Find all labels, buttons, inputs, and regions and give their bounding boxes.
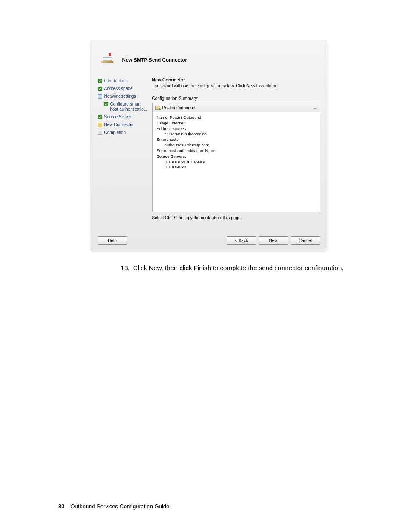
nav-label: Introduction (104, 78, 127, 84)
content-subtext: The wizard will use the configuration be… (152, 84, 320, 88)
nav-smart-host-auth[interactable]: Configure smart host authenticatio... (98, 100, 149, 113)
check-icon (104, 102, 108, 106)
detail-auth: Smart host authentication: None (157, 148, 315, 154)
nav-label: Address space (104, 86, 133, 91)
check-icon (98, 87, 102, 91)
summary-box: Postini Outbound ︽ Name: Postini Outboun… (152, 103, 320, 212)
detail-smart-hosts-label: Smart hosts: (157, 137, 315, 143)
nav-address-space[interactable]: Address space (98, 85, 149, 93)
new-button[interactable]: New (259, 236, 288, 245)
wizard-content: New Connector The wizard will use the co… (149, 77, 320, 231)
help-button[interactable]: Help (98, 236, 127, 245)
copy-hint: Select Ctrl+C to copy the contents of th… (152, 215, 320, 220)
nav-new-connector[interactable]: New Connector (98, 121, 149, 129)
footer-title: Outbound Services Configuration Guide (70, 503, 169, 510)
check-icon (98, 79, 102, 83)
wizard-icon (98, 50, 117, 69)
detail-address-spaces-label: Address spaces: (157, 126, 315, 132)
dialog-footer: Help < Back New Cancel (91, 233, 327, 250)
nav-label: Configure smart host authenticatio... (110, 102, 149, 112)
pending-step-icon (98, 131, 102, 135)
summary-name: Postini Outbound (162, 106, 196, 110)
wizard-nav: Introduction Address space Network setti… (98, 77, 149, 231)
nav-network-settings[interactable]: Network settings (98, 93, 149, 100)
nav-label: Source Server (104, 115, 132, 120)
nav-label: Completion (104, 130, 126, 135)
dialog-header: New SMTP Send Connector (91, 41, 327, 74)
nav-label: New Connector (104, 122, 134, 128)
nav-completion[interactable]: Completion (98, 129, 149, 137)
connector-icon (155, 106, 160, 110)
collapse-icon[interactable]: ︽ (313, 105, 317, 111)
dialog-title: New SMTP Send Connector (122, 57, 187, 62)
detail-server2: HUBONLY2 (157, 165, 315, 170)
wizard-dialog: New SMTP Send Connector Introduction Add… (91, 41, 327, 250)
cancel-button[interactable]: Cancel (291, 236, 320, 245)
nav-introduction[interactable]: Introduction (98, 77, 149, 85)
step-text: Click New, then click Finish to complete… (133, 263, 344, 272)
detail-address-space: * : Domain\subdomains (157, 131, 315, 137)
current-step-icon (98, 123, 102, 127)
detail-usage: Usage: Internet (157, 121, 315, 126)
detail-name: Name: Postini Outbound (157, 115, 315, 121)
instruction-step: 13. Click New, then click Finish to comp… (121, 263, 359, 272)
back-button[interactable]: < Back (227, 236, 256, 245)
page-footer: 80Outbound Services Configuration Guide (58, 503, 169, 510)
summary-header-row[interactable]: Postini Outbound ︽ (153, 103, 320, 112)
detail-smart-host: outbounds8.obsmtp.com (157, 143, 315, 148)
nav-source-server[interactable]: Source Server (98, 113, 149, 121)
page-number: 80 (58, 503, 64, 510)
content-heading: New Connector (152, 77, 320, 82)
summary-label: Configuration Summary: (152, 96, 320, 101)
step-icon (98, 94, 102, 99)
nav-label: Network settings (104, 94, 136, 99)
step-number: 13. (121, 263, 130, 272)
check-icon (98, 115, 102, 119)
summary-details: Name: Postini Outbound Usage: Internet A… (153, 112, 320, 212)
detail-source-servers-label: Source Servers: (157, 154, 315, 159)
detail-server1: HUBONLYEXCHANGE (157, 159, 315, 165)
